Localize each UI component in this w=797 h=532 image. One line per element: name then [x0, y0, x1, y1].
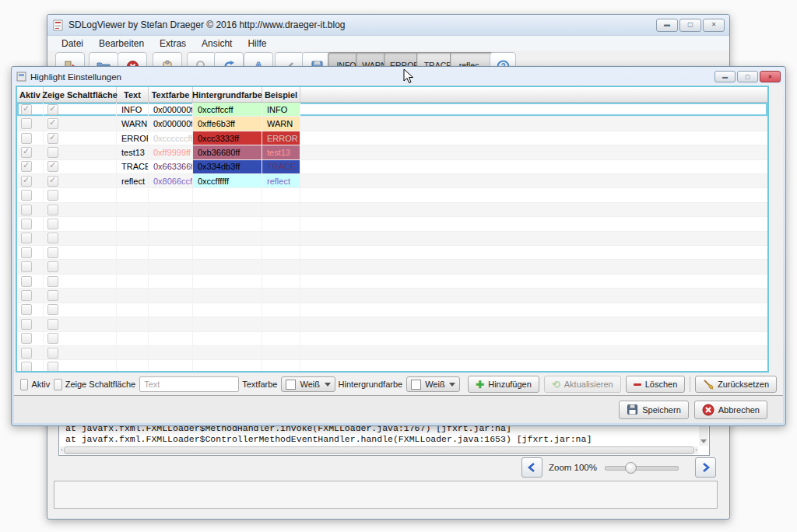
- menu-datei[interactable]: Datei: [55, 37, 90, 50]
- table-row[interactable]: [17, 275, 767, 289]
- aktiv-checkbox[interactable]: [21, 118, 32, 129]
- header-text[interactable]: Text: [117, 87, 149, 102]
- minimize-icon[interactable]: ▬: [656, 19, 678, 32]
- header-aktiv[interactable]: Aktiv: [17, 87, 44, 102]
- aktiv-checkbox[interactable]: [21, 319, 32, 330]
- table-row[interactable]: [17, 332, 767, 346]
- cell-hintergrundfarbe: [193, 289, 262, 302]
- table-row[interactable]: [17, 303, 767, 317]
- aktiv-checkbox[interactable]: [21, 161, 32, 172]
- slider-thumb[interactable]: [625, 462, 637, 474]
- aktiv-checkbox[interactable]: [21, 233, 32, 243]
- zoom-prev-button[interactable]: [521, 457, 542, 478]
- zeige-checkbox[interactable]: [47, 319, 58, 330]
- zeige-checkbox[interactable]: [47, 233, 58, 243]
- menu-hilfe[interactable]: Hilfe: [241, 37, 272, 50]
- table-row[interactable]: [17, 260, 767, 274]
- reset-button[interactable]: Zurücksetzen: [695, 376, 777, 393]
- update-button[interactable]: ⟲Aktualisieren: [544, 376, 621, 393]
- zeige-checkbox[interactable]: [47, 333, 58, 344]
- table-row[interactable]: ERROR 0xccccccff 0xcc3333ff ERROR: [17, 131, 767, 145]
- table-row[interactable]: WARN 0x000000ff 0xffe6b3ff WARN: [17, 117, 767, 131]
- slider-track[interactable]: [605, 466, 679, 471]
- table-row[interactable]: INFO 0x000000ff 0xccffccff INFO: [17, 103, 767, 117]
- aktiv-checkbox[interactable]: [21, 276, 32, 287]
- close-icon[interactable]: ✕: [703, 19, 725, 32]
- aktiv-checkbox[interactable]: [21, 304, 32, 315]
- dialog-minimize-icon[interactable]: ▬: [714, 71, 736, 82]
- header-textfarbe[interactable]: Textfarbe: [149, 87, 193, 102]
- zeige-checkbox[interactable]: [47, 348, 58, 359]
- zoom-slider[interactable]: [605, 462, 679, 473]
- table-row[interactable]: [17, 217, 767, 231]
- table-row[interactable]: [17, 203, 767, 217]
- header-hintergrundfarbe[interactable]: Hintergrundfarbe: [193, 87, 262, 102]
- save-button[interactable]: Speichern: [619, 401, 689, 419]
- zeige-checkbox[interactable]: [47, 104, 58, 115]
- zeige-checkbox-input[interactable]: [54, 379, 61, 390]
- scroll-left-icon[interactable]: ‹: [60, 446, 64, 454]
- zoom-next-button[interactable]: [695, 457, 716, 478]
- scroll-right-icon[interactable]: ›: [694, 446, 698, 454]
- zeige-checkbox[interactable]: [47, 161, 58, 172]
- cancel-button[interactable]: Abbrechen: [694, 401, 767, 419]
- aktiv-checkbox[interactable]: [21, 147, 32, 158]
- zeige-checkbox[interactable]: [47, 176, 58, 187]
- text-input[interactable]: [139, 376, 239, 392]
- zeige-checkbox[interactable]: [47, 219, 58, 229]
- table-row[interactable]: [17, 232, 767, 246]
- dialog-close-icon[interactable]: ✕: [760, 71, 781, 82]
- zeige-checkbox[interactable]: [47, 147, 58, 158]
- menu-extras[interactable]: Extras: [153, 37, 192, 50]
- add-button[interactable]: ✚Hinzufügen: [468, 376, 539, 393]
- table-row[interactable]: [17, 188, 767, 202]
- aktiv-checkbox[interactable]: [21, 176, 32, 187]
- aktiv-checkbox[interactable]: [21, 348, 32, 359]
- delete-button[interactable]: Löschen: [626, 376, 686, 393]
- scroll-down-icon[interactable]: [699, 436, 708, 446]
- aktiv-checkbox[interactable]: [21, 219, 32, 229]
- table-row[interactable]: [17, 246, 767, 260]
- table-row[interactable]: [17, 360, 767, 373]
- table-row[interactable]: reflect 0x8066ccff 0xccffffff reflect: [17, 174, 767, 188]
- zeige-checkbox[interactable]: [47, 261, 58, 272]
- aktiv-checkbox[interactable]: [21, 261, 32, 272]
- aktiv-checkbox[interactable]: [21, 333, 32, 344]
- zeige-checkbox[interactable]: [47, 190, 58, 201]
- aktiv-checkbox[interactable]: [21, 290, 32, 301]
- aktiv-checkbox[interactable]: [21, 104, 32, 115]
- cell-filler: [300, 103, 767, 116]
- dialog-maximize-icon[interactable]: ▢: [737, 71, 758, 82]
- cell-beispiel: [262, 346, 300, 359]
- cell-text: [117, 246, 149, 259]
- zeige-checkbox[interactable]: [47, 205, 58, 215]
- zeige-checkbox[interactable]: [47, 118, 58, 129]
- zeige-checkbox[interactable]: [47, 133, 58, 144]
- aktiv-checkbox[interactable]: [21, 205, 32, 215]
- zeige-checkbox[interactable]: [47, 276, 58, 287]
- table-row[interactable]: [17, 317, 767, 331]
- menu-ansicht[interactable]: Ansicht: [195, 37, 238, 50]
- aktiv-checkbox[interactable]: [21, 133, 32, 144]
- zeige-checkbox[interactable]: [47, 304, 58, 315]
- horizontal-scrollbar[interactable]: ‹ ›: [60, 446, 698, 454]
- cell-textfarbe: [149, 332, 193, 345]
- table-row[interactable]: TRACE 0x663366ff 0x334db3ff TRACE: [17, 160, 767, 174]
- aktiv-checkbox[interactable]: [21, 247, 32, 258]
- maximize-icon[interactable]: ▢: [679, 19, 701, 32]
- aktiv-checkbox[interactable]: [21, 190, 32, 201]
- header-beispiel[interactable]: Beispiel: [262, 87, 300, 102]
- table-row[interactable]: test13 0xff9999ff 0xb36680ff test13: [17, 145, 767, 159]
- header-zeige-schaltflaeche[interactable]: Zeige Schaltfläche: [44, 87, 117, 102]
- hintergrund-select[interactable]: Weiß: [406, 376, 460, 392]
- table-row[interactable]: [17, 346, 767, 360]
- scrollbar-thumb[interactable]: [64, 446, 695, 454]
- aktiv-checkbox[interactable]: [21, 362, 32, 373]
- textfarbe-select[interactable]: Weiß: [281, 376, 335, 392]
- aktiv-checkbox-input[interactable]: [20, 379, 28, 390]
- table-row[interactable]: [17, 289, 767, 303]
- zeige-checkbox[interactable]: [47, 362, 58, 373]
- zeige-checkbox[interactable]: [47, 290, 58, 301]
- zeige-checkbox[interactable]: [47, 247, 58, 258]
- menu-bearbeiten[interactable]: Bearbeiten: [93, 37, 150, 50]
